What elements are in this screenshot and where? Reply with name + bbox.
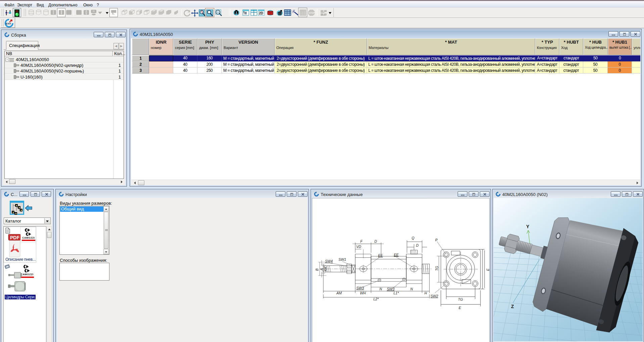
svg-text:L1*: L1* bbox=[394, 291, 399, 295]
svg-text:P: P bbox=[435, 238, 438, 242]
svg-text:Q: Q bbox=[412, 236, 414, 240]
svg-text:F: F bbox=[360, 239, 363, 243]
svg-text:AM: AM bbox=[336, 291, 342, 295]
svg-text:KK: KK bbox=[323, 266, 327, 271]
svg-text:Z: Z bbox=[511, 304, 514, 309]
svg-text:STOP: STOP bbox=[309, 12, 315, 14]
svg-text:CAMOZZI: CAMOZZI bbox=[21, 273, 34, 276]
svg-text:DWG: DWG bbox=[321, 14, 326, 16]
svg-text:E: E bbox=[486, 268, 490, 271]
svg-text:L2*: L2* bbox=[373, 297, 379, 301]
svg-text:VD: VD bbox=[356, 245, 361, 249]
svg-text:EXIT: EXIT bbox=[6, 22, 11, 25]
svg-text:EE: EE bbox=[394, 253, 399, 257]
svg-text:TG: TG bbox=[458, 297, 463, 301]
svg-text:SW4: SW4 bbox=[325, 259, 333, 263]
svg-text:SW1: SW1 bbox=[338, 257, 346, 261]
svg-text:TG: TG bbox=[435, 266, 439, 271]
svg-text:WH: WH bbox=[360, 291, 366, 295]
svg-text:CAMOZZI: CAMOZZI bbox=[22, 236, 35, 239]
svg-text:Y: Y bbox=[526, 224, 530, 229]
svg-text:N: N bbox=[410, 287, 413, 291]
svg-text:SW2: SW2 bbox=[430, 294, 438, 298]
svg-text:SW3: SW3 bbox=[387, 287, 395, 291]
svg-text:PDF: PDF bbox=[10, 235, 19, 240]
svg-text:EE: EE bbox=[378, 253, 383, 257]
svg-text:D: D bbox=[416, 243, 419, 247]
svg-text:DXF: DXF bbox=[321, 11, 325, 13]
svg-text:SW3: SW3 bbox=[356, 286, 364, 290]
svg-text:B: B bbox=[315, 268, 319, 271]
svg-text:N: N bbox=[379, 287, 382, 291]
svg-text:D: D bbox=[374, 239, 377, 243]
svg-text:2D: 2D bbox=[259, 11, 263, 15]
svg-text:E: E bbox=[459, 306, 461, 310]
svg-text:H: H bbox=[424, 291, 427, 295]
